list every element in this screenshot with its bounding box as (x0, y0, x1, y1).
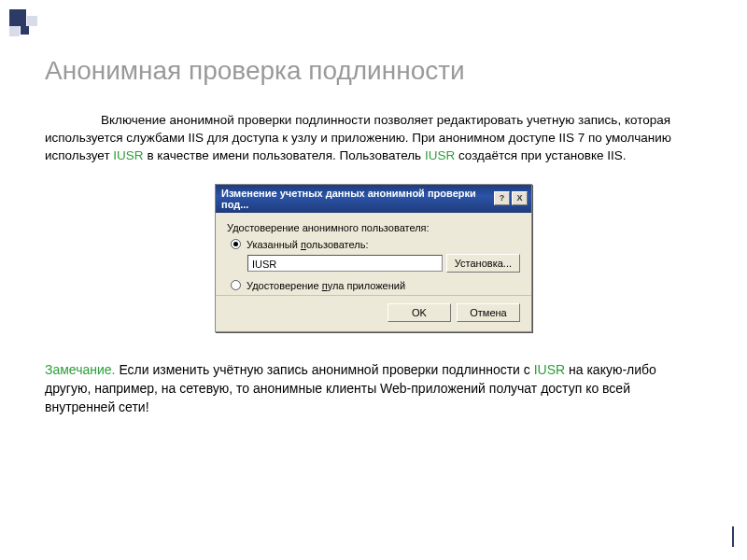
radio-icon (231, 239, 241, 249)
help-button[interactable]: ? (494, 191, 510, 205)
user-input[interactable]: IUSR (247, 255, 443, 272)
radio-label: Удостоверение пула приложений (247, 280, 405, 291)
ok-button[interactable]: OK (388, 303, 451, 322)
slide-footer-accent (732, 526, 734, 547)
identity-label: Удостоверение анонимного пользователя: (227, 222, 520, 233)
close-button[interactable]: X (512, 191, 528, 205)
note-label: Замечание. (45, 362, 116, 377)
credentials-dialog: Изменение учетных данных анонимной прове… (215, 184, 532, 332)
note-paragraph: Замечание. Если изменить учётную запись … (45, 360, 702, 417)
radio-label: Указанный пользователь: (247, 239, 368, 250)
intro-paragraph: Включение анонимной проверки подлинности… (45, 112, 702, 165)
radio-app-pool-identity[interactable]: Удостоверение пула приложений (231, 280, 520, 291)
set-button[interactable]: Установка... (446, 254, 520, 273)
iusr-term: IUSR (534, 362, 565, 377)
radio-specified-user[interactable]: Указанный пользователь: (231, 239, 520, 250)
cancel-button[interactable]: Отмена (457, 303, 520, 322)
slide-title: Анонимная проверка подлинности (45, 56, 702, 86)
dialog-title: Изменение учетных данных анонимной прове… (221, 188, 494, 210)
radio-icon (231, 280, 241, 290)
dialog-titlebar: Изменение учетных данных анонимной прове… (216, 185, 531, 213)
iusr-term: IUSR (425, 148, 455, 162)
slide-corner-decor (9, 9, 37, 36)
iusr-term: IUSR (113, 148, 143, 162)
